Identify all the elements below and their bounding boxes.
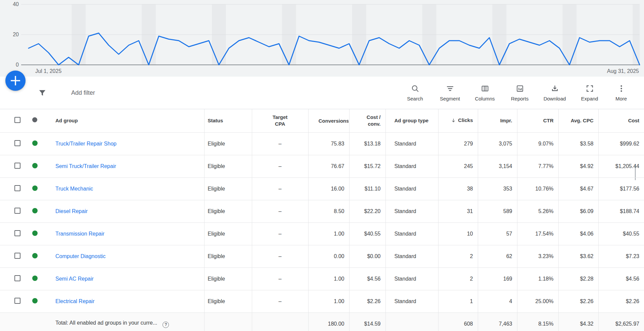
conversions-cell: 76.67	[308, 155, 349, 177]
col-header-conversions[interactable]: Conversions	[308, 109, 349, 132]
add-button[interactable]	[5, 71, 26, 91]
total-clicks-cell: 608	[438, 313, 478, 331]
col-header-status[interactable]: Status	[204, 109, 252, 132]
row-checkbox[interactable]	[14, 275, 20, 281]
ad-group-link[interactable]: Electrical Repair	[55, 298, 94, 304]
row-checkbox[interactable]	[14, 163, 20, 169]
ad-group-cell: Electrical Repair	[52, 290, 204, 313]
download-button[interactable]: Download	[537, 84, 572, 101]
segment-button[interactable]: Segment	[432, 84, 467, 101]
col-header-impr[interactable]: Impr.	[478, 109, 517, 132]
table-row: Computer Diagnostic Eligible – 0.00 $0.0…	[0, 245, 644, 267]
enabled-status-icon	[32, 208, 38, 213]
add-filter-label: Add filter	[71, 89, 95, 96]
row-checkbox[interactable]	[14, 185, 20, 191]
ad-group-type-cell: Standard	[385, 177, 438, 200]
total-impr-cell: 7,463	[478, 313, 517, 331]
reports-button[interactable]: Reports	[502, 84, 537, 101]
target-cpa-cell: –	[252, 267, 308, 290]
col-header-cost-per-conv[interactable]: Cost / conv.	[349, 109, 385, 132]
ad-group-link[interactable]: Truck Mechanic	[55, 186, 93, 192]
ad-group-type-cell: Standard	[385, 132, 438, 155]
ad-group-link[interactable]: Diesel Repair	[55, 208, 88, 214]
row-checkbox[interactable]	[14, 140, 20, 146]
cost-per-conv-cell: $0.00	[349, 245, 385, 267]
row-checkbox[interactable]	[14, 208, 20, 214]
ad-group-link[interactable]: Semi AC Repair	[55, 276, 94, 282]
cost-per-conv-cell: $11.10	[349, 177, 385, 200]
ad-group-cell: Diesel Repair	[52, 200, 204, 222]
ad-group-type-cell: Standard	[385, 200, 438, 222]
y-axis-tick-label: 40	[13, 1, 19, 7]
search-label: Search	[407, 96, 423, 101]
clicks-cell: 1	[438, 290, 478, 313]
impr-cell: 3,154	[478, 155, 517, 177]
row-checkbox[interactable]	[14, 298, 20, 304]
ad-group-type-cell: Standard	[385, 222, 438, 245]
col-header-cost[interactable]: Cost	[598, 109, 644, 132]
clicks-cell: 38	[438, 177, 478, 200]
ad-group-link[interactable]: Computer Diagnostic	[55, 253, 105, 259]
ad-group-cell: Truck Mechanic	[52, 177, 204, 200]
row-status-cell	[25, 132, 52, 155]
ad-group-link[interactable]: Truck/Trailer Repair Shop	[55, 141, 117, 147]
expand-icon	[586, 84, 594, 93]
conversions-cell: 1.00	[308, 222, 349, 245]
row-checkbox[interactable]	[14, 230, 20, 236]
search-icon	[411, 84, 419, 93]
ctr-cell: 10.76%	[517, 177, 558, 200]
col-header-ad-group-type[interactable]: Ad group type	[385, 109, 438, 132]
ad-group-link[interactable]: Transmission Repair	[55, 231, 104, 237]
status-cell: Eligible	[204, 132, 252, 155]
cost-per-conv-cell: $40.55	[349, 222, 385, 245]
row-checkbox[interactable]	[14, 253, 20, 259]
impr-cell: 3,075	[478, 132, 517, 155]
col-header-ad-group[interactable]: Ad group	[52, 109, 204, 132]
col-header-avg-cpc[interactable]: Avg. CPC	[558, 109, 598, 132]
table-row: Transmission Repair Eligible – 1.00 $40.…	[0, 222, 644, 245]
select-all-checkbox[interactable]	[14, 117, 20, 123]
status-cell: Eligible	[204, 200, 252, 222]
target-cpa-cell: –	[252, 222, 308, 245]
col-header-ctr[interactable]: CTR	[517, 109, 558, 132]
search-button[interactable]: Search	[398, 84, 432, 101]
y-axis-tick-label: 20	[13, 32, 19, 37]
clicks-cell: 2	[438, 245, 478, 267]
impr-cell: 62	[478, 245, 517, 267]
ad-group-cell: Transmission Repair	[52, 222, 204, 245]
col-header-target-cpa[interactable]: Target CPA	[252, 109, 308, 132]
help-icon[interactable]: ?	[163, 322, 169, 328]
select-all-cell	[0, 109, 25, 132]
target-cpa-cell: –	[252, 200, 308, 222]
columns-button[interactable]: Columns	[467, 84, 502, 101]
clicks-line-chart: 02040Jul 1, 2025Aug 31, 2025	[0, 0, 644, 77]
row-status-cell	[25, 267, 52, 290]
cost-per-conv-cell: $4.56	[349, 267, 385, 290]
clicks-series-line	[29, 33, 640, 65]
total-avg-cpc-cell: $4.32	[558, 313, 598, 331]
y-axis-tick-label: 0	[16, 62, 19, 68]
total-type-cell	[385, 313, 438, 331]
ads-table-page: 02040Jul 1, 2025Aug 31, 2025 Add filter …	[0, 0, 644, 331]
expand-button[interactable]: Expand	[572, 84, 607, 101]
ad-group-cell: Semi AC Repair	[52, 267, 204, 290]
target-cpa-cell: –	[252, 155, 308, 177]
cost-cell: $188.74	[598, 200, 644, 222]
x-axis-end-label: Aug 31, 2025	[607, 68, 639, 74]
clicks-cell: 279	[438, 132, 478, 155]
total-label: Total: All enabled ad groups in your cur…	[55, 320, 157, 326]
cost-per-conv-cell: $15.72	[349, 155, 385, 177]
conversions-cell: 0.00	[308, 245, 349, 267]
add-filter-button[interactable]: Add filter	[38, 77, 95, 109]
col-header-clicks[interactable]: Clicks	[438, 109, 478, 132]
download-icon	[551, 84, 559, 93]
row-select-cell	[0, 267, 25, 290]
enabled-status-icon	[32, 276, 38, 281]
ad-group-link[interactable]: Semi Truck/Trailer Repair	[55, 163, 116, 169]
enabled-status-icon	[32, 231, 38, 236]
more-button[interactable]: More	[607, 84, 635, 101]
conversions-cell: 1.00	[308, 290, 349, 313]
row-status-cell	[25, 200, 52, 222]
ctr-cell: 9.07%	[517, 132, 558, 155]
cost-cell: $7.23	[598, 245, 644, 267]
